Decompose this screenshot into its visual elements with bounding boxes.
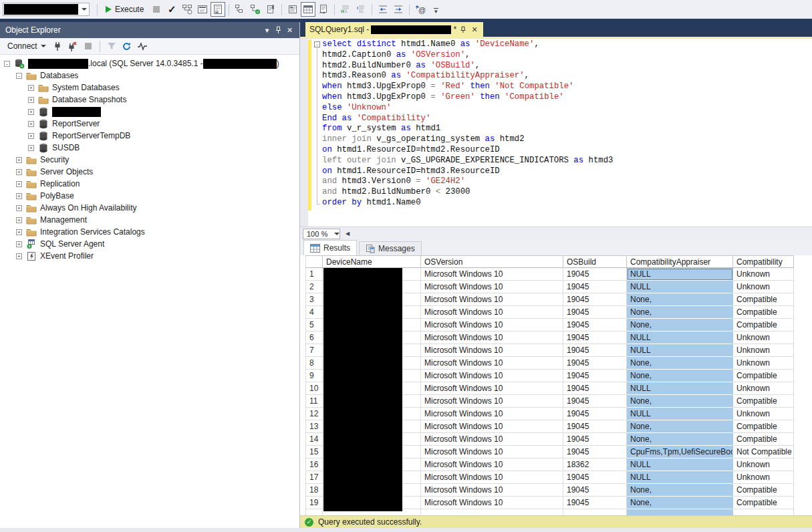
expand-toggle[interactable]: + — [16, 169, 22, 175]
expand-toggle[interactable]: + — [28, 121, 34, 127]
column-header-compatibilityappraiser[interactable]: CompatibilityAppraiser — [627, 255, 733, 268]
compatibility-cell[interactable]: Compatible — [733, 395, 794, 408]
tree-item-management[interactable]: +Management — [0, 214, 299, 226]
connect-button[interactable]: Connect — [5, 39, 49, 53]
expand-toggle[interactable]: - — [16, 73, 22, 79]
zoom-selector[interactable]: 100 % — [303, 229, 340, 239]
column-header-osversion[interactable]: OSVersion — [421, 255, 563, 268]
close-button[interactable]: ✕ — [284, 25, 295, 35]
query-options-button[interactable] — [195, 2, 210, 17]
expand-toggle[interactable]: + — [28, 85, 34, 91]
tab-pin-button[interactable] — [458, 25, 468, 34]
expand-toggle[interactable]: + — [28, 97, 34, 103]
tree-item-replication[interactable]: +Replication — [0, 178, 299, 190]
compatibilityappraiser-cell[interactable]: None, — [627, 420, 733, 433]
tree-item-redacted-database[interactable]: + — [0, 106, 299, 118]
compatibilityappraiser-cell[interactable]: None, — [627, 484, 733, 497]
tree-item-server[interactable]: -.local (SQL Server 14.0.3485.1 - ) — [0, 57, 299, 70]
osversion-cell[interactable]: Microsoft Windows 10 — [421, 331, 563, 344]
include-client-stats-button[interactable] — [248, 2, 263, 17]
compatibility-cell[interactable]: Compatible — [733, 484, 794, 497]
compatibilityappraiser-cell[interactable]: None, — [627, 370, 733, 382]
compatibility-cell[interactable]: Compatible — [733, 306, 794, 319]
row-number-cell[interactable]: 11 — [305, 395, 323, 408]
row-number-cell[interactable]: 14 — [305, 433, 323, 446]
execute-button[interactable]: Execute — [101, 2, 148, 17]
osbuild-cell[interactable]: 19045 — [563, 408, 627, 420]
tab-messages[interactable]: Messages — [359, 241, 422, 255]
column-header-compatibility[interactable]: Compatibility — [733, 255, 794, 268]
tree-item-reportservertempdb[interactable]: +ReportServerTempDB — [0, 130, 299, 142]
tab-sqlquery1[interactable]: SQLQuery1.sql - * ✕ — [305, 22, 483, 37]
compatibilityappraiser-cell[interactable]: NULL — [627, 382, 733, 395]
expand-toggle[interactable]: + — [16, 241, 22, 247]
compatibilityappraiser-cell[interactable]: NULL — [627, 281, 733, 293]
compatibility-cell[interactable]: Unknown — [733, 471, 794, 484]
column-header-devicename[interactable]: DeviceName — [323, 255, 421, 268]
tree-item-sql-server-agent[interactable]: +SQL Server Agent — [0, 238, 299, 250]
row-number-cell[interactable]: 4 — [305, 306, 323, 319]
results-to-file-button[interactable] — [316, 2, 331, 17]
expand-toggle[interactable]: + — [16, 157, 22, 163]
pin-button[interactable] — [273, 25, 284, 35]
include-live-query-stats-button[interactable] — [233, 2, 247, 17]
osversion-cell[interactable]: Microsoft Windows 10 — [421, 293, 563, 306]
osversion-cell[interactable]: Microsoft Windows 10 — [421, 420, 563, 433]
compatibilityappraiser-cell[interactable]: NULL — [627, 331, 733, 344]
compatibilityappraiser-cell[interactable]: CpuFms,Tpm,UefiSecureBoot, — [627, 446, 733, 458]
increase-indent-button[interactable] — [391, 2, 406, 17]
osversion-cell[interactable]: Microsoft Windows 10 — [421, 471, 563, 484]
osversion-cell[interactable]: Microsoft Windows 10 — [421, 268, 563, 281]
compatibility-cell[interactable]: Unknown — [733, 382, 794, 395]
tree-item-susdb[interactable]: +SUSDB — [0, 142, 299, 154]
compatibility-cell[interactable]: Compatible — [733, 433, 794, 446]
activity-monitor-button[interactable] — [136, 39, 149, 53]
compatibilityappraiser-cell[interactable]: NULL — [627, 471, 733, 484]
osversion-cell[interactable]: Microsoft Windows 10 — [421, 408, 563, 420]
osbuild-cell[interactable]: 19045 — [563, 497, 627, 509]
expand-toggle[interactable]: + — [16, 217, 22, 223]
tree-item-server-objects[interactable]: +Server Objects — [0, 166, 299, 178]
tree-item-xevent-profiler[interactable]: +XEvent Profiler — [0, 250, 299, 262]
osversion-cell[interactable]: Microsoft Windows 10 — [421, 484, 563, 497]
osbuild-cell[interactable]: 19045 — [563, 484, 627, 497]
osbuild-cell[interactable]: 19045 — [563, 306, 627, 319]
row-number-cell[interactable]: 6 — [305, 331, 323, 344]
display-estimated-plan-button[interactable] — [180, 2, 194, 17]
include-actual-plan-button[interactable] — [211, 2, 225, 17]
compatibilityappraiser-cell[interactable]: NULL — [627, 268, 733, 281]
expand-toggle[interactable]: + — [28, 133, 34, 139]
compatibilityappraiser-cell[interactable]: None, — [627, 357, 733, 370]
compatibilityappraiser-cell[interactable]: None, — [627, 293, 733, 306]
compatibility-cell[interactable]: Unknown — [733, 344, 794, 357]
compatibilityappraiser-cell[interactable]: None, — [627, 395, 733, 408]
row-number-cell[interactable]: 16 — [305, 458, 323, 471]
expand-toggle[interactable]: - — [4, 61, 10, 67]
filter-button[interactable] — [105, 39, 118, 53]
compatibilityappraiser-cell[interactable]: NULL — [627, 408, 733, 420]
compatibility-cell[interactable]: Unknown — [733, 357, 794, 370]
compatibilityappraiser-cell[interactable]: None, — [627, 497, 733, 509]
row-number-cell[interactable]: 9 — [305, 370, 323, 382]
compatibility-cell[interactable]: Unknown — [733, 281, 794, 293]
row-number-cell[interactable]: 17 — [305, 471, 323, 484]
refresh-button[interactable] — [120, 39, 134, 53]
row-number-cell[interactable]: 5 — [305, 319, 323, 331]
row-number-cell[interactable]: 7 — [305, 344, 323, 357]
compatibility-cell[interactable]: Unknown — [733, 408, 794, 420]
tree-item-database-snapshots[interactable]: +Database Snapshots — [0, 94, 299, 106]
osversion-cell[interactable]: Microsoft Windows 10 — [421, 370, 563, 382]
stop-button[interactable] — [82, 39, 95, 53]
osversion-cell[interactable]: Microsoft Windows 10 — [421, 433, 563, 446]
osbuild-cell[interactable]: 19045 — [563, 357, 627, 370]
grid-corner-cell[interactable] — [305, 255, 323, 268]
expand-toggle[interactable]: + — [16, 205, 22, 211]
expand-toggle[interactable]: + — [28, 145, 34, 151]
compatibility-cell[interactable]: Unknown — [733, 268, 794, 281]
compatibilityappraiser-cell[interactable]: None, — [627, 433, 733, 446]
osbuild-cell[interactable]: 19045 — [563, 319, 627, 331]
osversion-cell[interactable]: Microsoft Windows 10 — [421, 395, 563, 408]
compatibility-cell[interactable]: Compatible — [733, 293, 794, 306]
osbuild-cell[interactable]: 19045 — [563, 344, 627, 357]
compatibility-cell[interactable]: Compatible — [733, 497, 794, 509]
